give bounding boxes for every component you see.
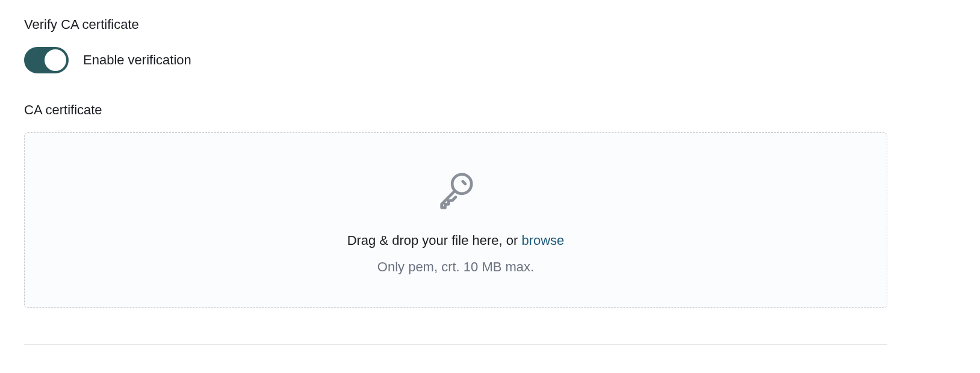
ca-certificate-dropzone[interactable]: Drag & drop your file here, or browse On… [24, 132, 887, 308]
section-divider [24, 344, 887, 345]
verify-ca-title: Verify CA certificate [24, 17, 956, 32]
enable-verification-label: Enable verification [83, 52, 191, 68]
dropzone-instruction: Drag & drop your file here, or browse [347, 233, 565, 248]
key-icon [435, 169, 477, 211]
ca-certificate-title: CA certificate [24, 102, 956, 118]
verify-toggle-row: Enable verification [24, 47, 956, 73]
dropzone-hint: Only pem, crt. 10 MB max. [377, 259, 534, 275]
enable-verification-toggle[interactable] [24, 47, 69, 73]
toggle-knob [45, 49, 66, 71]
svg-line-1 [463, 181, 465, 183]
browse-link[interactable]: browse [521, 233, 564, 248]
dropzone-text: Drag & drop your file here, or [347, 233, 522, 248]
